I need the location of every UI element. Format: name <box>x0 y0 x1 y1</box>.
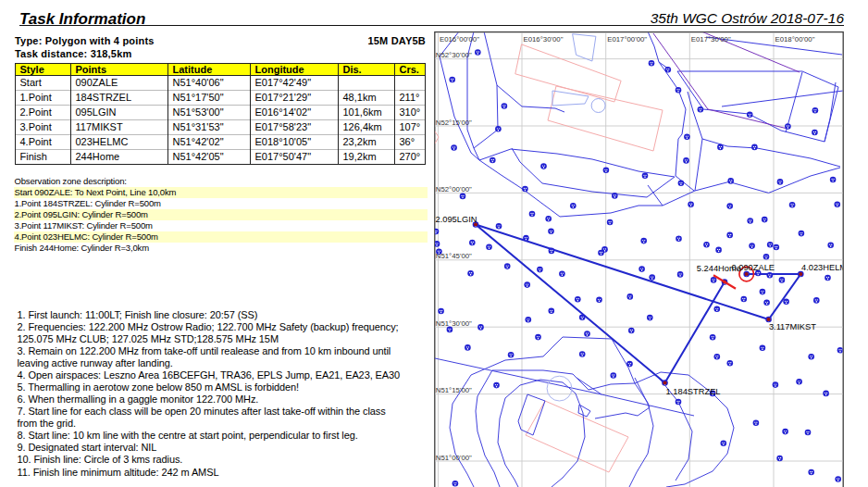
svg-text:N51°15'00": N51°15'00" <box>436 386 472 394</box>
svg-text:N51°00'00": N51°00'00" <box>436 454 472 462</box>
svg-text:N52°15'00": N52°15'00" <box>436 119 472 127</box>
svg-text:1.184STRZEL: 1.184STRZEL <box>666 387 721 396</box>
svg-text:E017°00'00": E017°00'00" <box>607 35 647 44</box>
svg-text:E016°30'00": E016°30'00" <box>524 35 564 44</box>
svg-text:N51°45'00": N51°45'00" <box>436 252 472 260</box>
svg-text:4.023HELMC: 4.023HELMC <box>801 263 853 272</box>
svg-text:E016°00'00": E016°00'00" <box>440 35 479 44</box>
svg-text:N52°30'00": N52°30'00" <box>436 51 472 59</box>
svg-text:N51°30'00": N51°30'00" <box>436 319 472 328</box>
svg-text:3.117MIKST: 3.117MIKST <box>769 322 816 331</box>
svg-text:E018°00'00": E018°00'00" <box>775 35 815 44</box>
svg-text:N52°00'00": N52°00'00" <box>436 185 472 194</box>
svg-text:E017°30'00": E017°30'00" <box>691 35 731 44</box>
svg-text:5.244Home: 5.244Home <box>697 264 741 273</box>
svg-text:2.095LGIN: 2.095LGIN <box>436 215 477 224</box>
